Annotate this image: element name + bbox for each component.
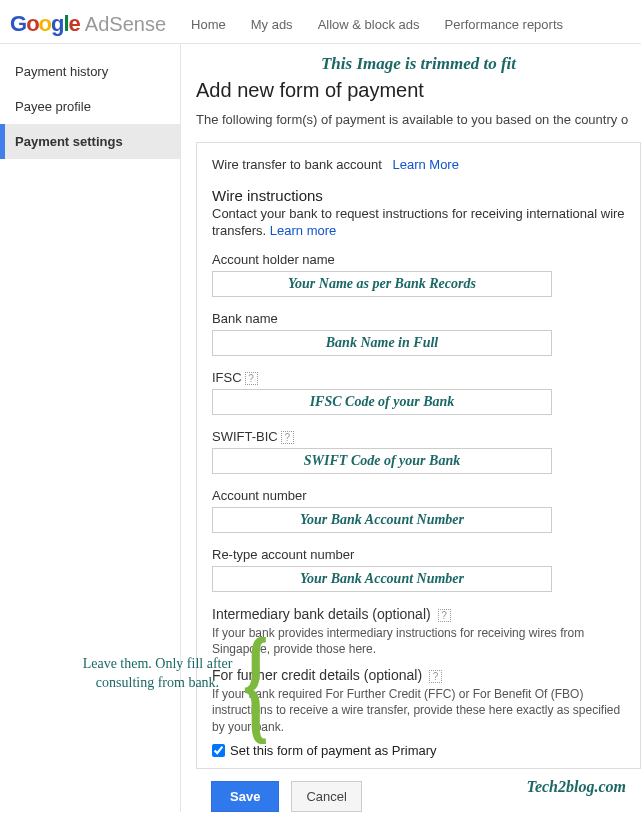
sidebar-item-payee-profile[interactable]: Payee profile	[0, 89, 180, 124]
sidebar: Payment history Payee profile Payment se…	[0, 44, 181, 812]
logo: Google AdSense	[10, 11, 166, 37]
app-header: Google AdSense Home My ads Allow & block…	[0, 0, 641, 43]
cancel-button[interactable]: Cancel	[291, 781, 361, 812]
input-account-number[interactable]: Your Bank Account Number	[212, 507, 552, 533]
sidebar-item-payment-settings[interactable]: Payment settings	[0, 124, 180, 159]
label-swift: SWIFT-BIC?	[212, 429, 625, 444]
wire-instructions-desc: Contact your bank to request instruction…	[212, 206, 625, 240]
ffc-title: For further credit details (optional) ?	[212, 667, 625, 683]
intermediary-desc: If your bank provides intermediary instr…	[212, 625, 625, 657]
wire-instructions-title: Wire instructions	[212, 187, 625, 204]
top-nav: Home My ads Allow & block ads Performanc…	[191, 17, 563, 32]
nav-performance[interactable]: Performance reports	[445, 17, 564, 32]
wire-learn-more-link[interactable]: Learn more	[270, 223, 336, 238]
input-bank-name[interactable]: Bank Name in Full	[212, 330, 552, 356]
page-title: Add new form of payment	[196, 79, 641, 102]
input-swift[interactable]: SWIFT Code of your Bank	[212, 448, 552, 474]
panel-header-text: Wire transfer to bank account	[212, 157, 382, 172]
brace-annotation-text: Leave them. Only fill after consulting f…	[75, 655, 240, 693]
label-account-holder: Account holder name	[212, 252, 625, 267]
help-icon[interactable]: ?	[281, 431, 294, 444]
learn-more-link[interactable]: Learn More	[392, 157, 458, 172]
primary-checkbox[interactable]	[212, 744, 225, 757]
nav-my-ads[interactable]: My ads	[251, 17, 293, 32]
save-button[interactable]: Save	[211, 781, 279, 812]
help-icon[interactable]: ?	[429, 670, 442, 683]
sidebar-item-payment-history[interactable]: Payment history	[0, 54, 180, 89]
watermark: Tech2blog.com	[527, 778, 626, 796]
google-logo: Google	[10, 11, 80, 37]
help-icon[interactable]: ?	[438, 609, 451, 622]
primary-checkbox-row: Set this form of payment as Primary	[212, 743, 625, 758]
brace-annotation-icon: {	[243, 625, 269, 742]
intermediary-title: Intermediary bank details (optional) ?	[212, 606, 625, 622]
label-ifsc: IFSC?	[212, 370, 625, 385]
input-ifsc[interactable]: IFSC Code of your Bank	[212, 389, 552, 415]
label-account-number: Account number	[212, 488, 625, 503]
label-retype-account: Re-type account number	[212, 547, 625, 562]
nav-allow-block[interactable]: Allow & block ads	[318, 17, 420, 32]
label-bank-name: Bank name	[212, 311, 625, 326]
brand-text: AdSense	[85, 13, 166, 36]
input-account-holder[interactable]: Your Name as per Bank Records	[212, 271, 552, 297]
ffc-desc: If your bank required For Further Credit…	[212, 686, 625, 735]
help-icon[interactable]: ?	[245, 372, 258, 385]
panel-header: Wire transfer to bank account Learn More	[197, 153, 640, 182]
nav-home[interactable]: Home	[191, 17, 226, 32]
intro-text: The following form(s) of payment is avai…	[196, 112, 641, 127]
trim-annotation: This Image is trimmed to fit	[196, 54, 641, 74]
input-retype-account[interactable]: Your Bank Account Number	[212, 566, 552, 592]
